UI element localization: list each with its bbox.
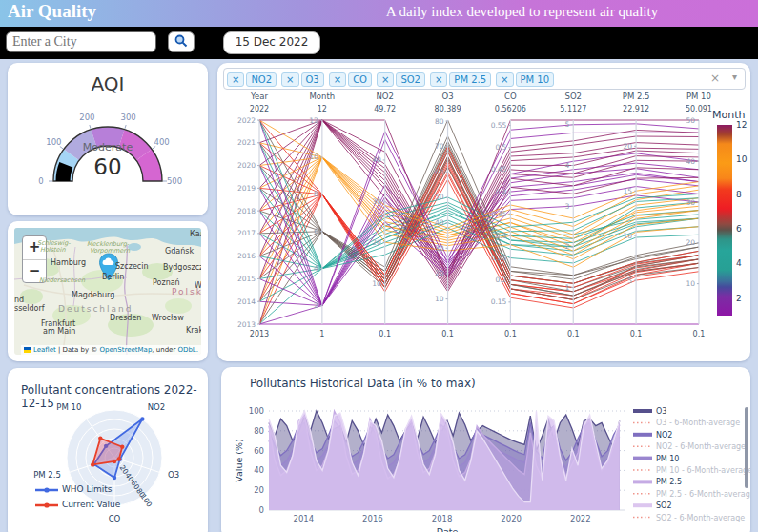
hist-legend-item[interactable]: PM 2.5 - 6-Month-average bbox=[633, 490, 750, 499]
svg-text:PM 10 - 6-Month-average: PM 10 - 6-Month-average bbox=[656, 466, 750, 475]
odbl-link[interactable]: ODbL. bbox=[178, 346, 198, 354]
map-label: Krakó bbox=[186, 326, 201, 335]
radar-legend-item[interactable]: WHO Limits bbox=[34, 484, 113, 495]
svg-text:15: 15 bbox=[624, 187, 633, 195]
aqi-gauge-card: AQI 0100200300400500Moderate60 bbox=[8, 63, 208, 215]
radar-legend-label: Current Value bbox=[62, 500, 120, 509]
svg-text:0.15: 0.15 bbox=[491, 297, 507, 306]
historical-card: Pollutants Historical Data (in % to max)… bbox=[221, 367, 750, 532]
legend-line-icon bbox=[34, 501, 59, 510]
colorbar-tick: 8 bbox=[736, 190, 742, 199]
chip-remove-icon[interactable]: × bbox=[227, 72, 244, 87]
svg-text:0.1: 0.1 bbox=[630, 330, 643, 338]
gauge-title: AQI bbox=[8, 72, 208, 95]
hist-legend-item[interactable]: PM 10 - 6-Month-average bbox=[633, 466, 750, 475]
map-label: nd bbox=[14, 296, 24, 304]
map-label: Holstein bbox=[40, 246, 66, 254]
svg-text:70: 70 bbox=[435, 142, 444, 151]
svg-text:Moderate: Moderate bbox=[83, 141, 133, 153]
svg-text:4: 4 bbox=[564, 161, 569, 170]
svg-text:10: 10 bbox=[624, 232, 633, 240]
svg-text:CO: CO bbox=[504, 92, 517, 101]
svg-text:2017: 2017 bbox=[237, 229, 256, 237]
svg-text:PM 2.5: PM 2.5 bbox=[33, 470, 61, 480]
svg-text:60: 60 bbox=[435, 168, 444, 176]
map-label: Hamburg bbox=[51, 258, 86, 267]
svg-text:40: 40 bbox=[435, 218, 444, 227]
svg-text:0.55: 0.55 bbox=[491, 121, 507, 130]
select-clear-icon[interactable]: × bbox=[710, 72, 720, 85]
svg-text:O3: O3 bbox=[656, 407, 666, 416]
map-label: Deutschland bbox=[58, 304, 133, 314]
leaflet-map[interactable]: + − КалининSchleswig-HolsteinMecklenburg… bbox=[14, 228, 201, 355]
svg-text:Year: Year bbox=[250, 92, 269, 101]
svg-text:0: 0 bbox=[38, 176, 43, 186]
svg-text:PM 2.5: PM 2.5 bbox=[623, 92, 650, 101]
date-picker[interactable]: 15 Dec 2022 bbox=[223, 31, 320, 54]
svg-text:O3: O3 bbox=[168, 470, 179, 480]
svg-text:2019: 2019 bbox=[237, 184, 256, 193]
chip-remove-icon[interactable]: × bbox=[377, 72, 394, 87]
svg-text:0.3: 0.3 bbox=[495, 232, 506, 240]
svg-text:O3 - 6-Month-average: O3 - 6-Month-average bbox=[656, 419, 740, 427]
svg-text:100: 100 bbox=[249, 406, 264, 416]
svg-text:500: 500 bbox=[167, 176, 182, 186]
svg-text:0.25: 0.25 bbox=[491, 254, 507, 262]
chip-remove-icon[interactable]: × bbox=[281, 72, 298, 87]
search-button[interactable] bbox=[168, 31, 195, 52]
svg-text:20: 20 bbox=[624, 142, 633, 151]
hist-legend-item[interactable]: NO2 - 6-Month-average bbox=[633, 442, 746, 451]
legend-scrollbar[interactable] bbox=[745, 407, 748, 488]
svg-text:2013: 2013 bbox=[250, 330, 269, 338]
hist-legend-item[interactable]: PM 10 bbox=[633, 455, 679, 463]
chip-remove-icon[interactable]: × bbox=[430, 72, 447, 87]
parcoords-card: ×NO2×O3×CO×SO2×PM 2.5×PM 10 × ▾ Year2022… bbox=[217, 63, 750, 361]
selected-pollutant-chip: ×SO2 bbox=[377, 72, 425, 87]
hist-legend-item[interactable]: O3 - 6-Month-average bbox=[633, 419, 740, 427]
svg-text:PM 10: PM 10 bbox=[686, 92, 711, 101]
hist-legend-item[interactable]: PM 2.5 bbox=[633, 478, 682, 486]
radar-legend-label: WHO Limits bbox=[62, 484, 113, 494]
hist-legend-item[interactable]: NO2 bbox=[633, 431, 672, 440]
svg-text:PM 2.5 - 6-Month-average: PM 2.5 - 6-Month-average bbox=[656, 490, 750, 499]
hist-legend-item[interactable]: SO2 bbox=[633, 501, 671, 510]
svg-text:PM 2.5: PM 2.5 bbox=[656, 478, 682, 486]
attribution-text: | Data by © bbox=[56, 346, 100, 354]
svg-text:2014: 2014 bbox=[237, 297, 256, 306]
svg-text:0.1: 0.1 bbox=[693, 330, 706, 338]
hist-legend-item[interactable]: SO2 - 6-Month-average bbox=[633, 514, 745, 522]
svg-text:22.912: 22.912 bbox=[623, 105, 649, 113]
svg-text:80.389: 80.389 bbox=[435, 105, 461, 113]
pollutant-multiselect[interactable]: ×NO2×O3×CO×SO2×PM 2.5×PM 10 × ▾ bbox=[223, 68, 746, 90]
svg-text:12: 12 bbox=[309, 116, 318, 125]
select-caret-icon[interactable]: ▾ bbox=[732, 72, 737, 82]
chip-remove-icon[interactable]: × bbox=[496, 72, 513, 87]
historical-area-chart[interactable]: 02040608010020142016201820202022DateValu… bbox=[221, 367, 750, 532]
city-search-input[interactable] bbox=[6, 31, 156, 52]
chip-remove-icon[interactable]: × bbox=[329, 72, 346, 87]
svg-text:10: 10 bbox=[372, 279, 381, 288]
map-label: Калинин bbox=[190, 230, 201, 238]
svg-text:CO: CO bbox=[109, 514, 121, 523]
svg-text:0.4: 0.4 bbox=[495, 188, 506, 196]
map-label: Szczecin bbox=[115, 262, 149, 271]
svg-text:2022: 2022 bbox=[250, 105, 269, 113]
svg-text:60: 60 bbox=[254, 446, 264, 456]
radar-chart[interactable]: NO2O3COPM 2.5PM 1020406080100 bbox=[8, 400, 208, 532]
selected-pollutant-chip: ×O3 bbox=[281, 72, 324, 87]
aqi-gauge-chart[interactable]: 0100200300400500Moderate60 bbox=[8, 93, 208, 208]
svg-text:Date: Date bbox=[437, 526, 459, 532]
svg-text:60: 60 bbox=[93, 154, 121, 179]
hist-legend-item[interactable]: O3 bbox=[633, 407, 666, 416]
map-label: Magdeburg bbox=[72, 291, 114, 299]
svg-text:20: 20 bbox=[254, 485, 264, 495]
leaflet-link[interactable]: Leaflet bbox=[33, 346, 56, 354]
osm-link[interactable]: OpenStreetMap bbox=[100, 346, 153, 354]
parallel-coordinates-chart[interactable]: Year202220132013201420152016201720182019… bbox=[217, 90, 748, 358]
svg-text:NO2 - 6-Month-average: NO2 - 6-Month-average bbox=[656, 442, 746, 451]
radar-legend-item[interactable]: Current Value bbox=[34, 500, 120, 510]
svg-text:50: 50 bbox=[435, 193, 444, 201]
svg-text:2016: 2016 bbox=[237, 252, 256, 260]
svg-text:0.5: 0.5 bbox=[495, 143, 506, 152]
legend-line-icon bbox=[34, 485, 59, 495]
